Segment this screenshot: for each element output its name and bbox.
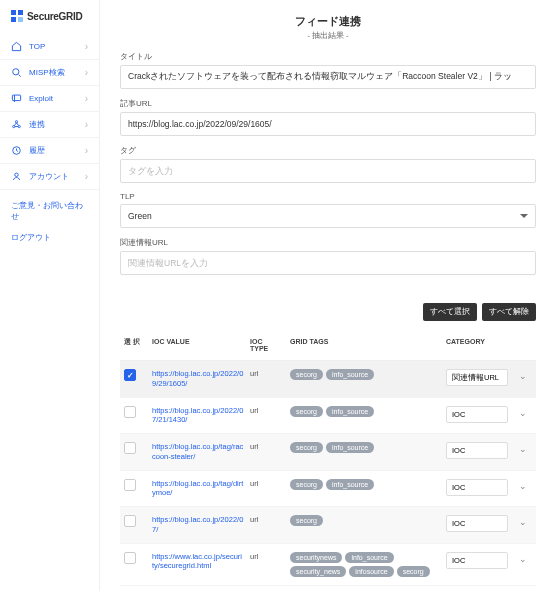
tlp-select[interactable] <box>120 204 536 228</box>
sidebar-item-user[interactable]: アカウント› <box>0 164 99 190</box>
ioc-value-link[interactable]: https://blog.lac.co.jp/2022/07/ <box>152 515 244 535</box>
row-checkbox[interactable] <box>124 442 136 454</box>
category-select[interactable] <box>446 369 508 386</box>
grid-tag: secorg <box>290 369 323 380</box>
chevron-right-icon: › <box>85 145 88 156</box>
tag-input[interactable] <box>120 159 536 183</box>
sidebar-item-network[interactable]: 連携› <box>0 112 99 138</box>
brand-name: SecureGRID <box>27 11 82 22</box>
svg-point-10 <box>15 173 18 176</box>
grid-tag: info_source <box>345 552 393 563</box>
chevron-down-icon[interactable]: ⌄ <box>514 406 532 418</box>
svg-point-4 <box>13 69 19 75</box>
ioc-table: 選 択 IOC VALUE IOC TYPE GRID TAGS CATEGOR… <box>120 330 536 586</box>
svg-rect-3 <box>18 17 23 22</box>
chevron-down-icon[interactable]: ⌄ <box>514 479 532 491</box>
category-select[interactable] <box>446 552 508 569</box>
select-all-button[interactable]: すべて選択 <box>423 303 477 321</box>
ioc-value-link[interactable]: https://blog.lac.co.jp/2022/09/29/1605/ <box>152 369 244 389</box>
article-url-input[interactable] <box>120 112 536 136</box>
table-row: https://blog.lac.co.jp/2022/09/29/1605/u… <box>120 361 536 398</box>
row-checkbox[interactable] <box>124 369 136 381</box>
deselect-all-button[interactable]: すべて解除 <box>482 303 536 321</box>
category-select[interactable] <box>446 515 508 532</box>
ioc-type: url <box>250 515 284 524</box>
history-icon <box>11 145 22 156</box>
grid-tags: secorginfo_source <box>290 406 440 417</box>
row-checkbox[interactable] <box>124 406 136 418</box>
table-row: https://blog.lac.co.jp/tag/dirtymoe/urls… <box>120 471 536 508</box>
grid-tags: secorginfo_source <box>290 479 440 490</box>
ioc-type: url <box>250 369 284 378</box>
ioc-value-link[interactable]: https://www.lac.co.jp/security/securegri… <box>152 552 244 572</box>
svg-rect-5 <box>12 95 20 101</box>
logo-icon <box>11 10 23 22</box>
sidebar-item-label: 履歴 <box>29 145 45 156</box>
grid-tag: secorg <box>290 442 323 453</box>
main-content: フィード連携 - 抽出結果 - タイトル 記事URL タグ TLP 関連情報UR… <box>100 0 550 591</box>
user-icon <box>11 171 22 182</box>
grid-tag: secorg <box>290 515 323 526</box>
article-url-label: 記事URL <box>120 98 536 109</box>
table-row: https://www.lac.co.jp/security/securegri… <box>120 544 536 586</box>
ioc-value-link[interactable]: https://blog.lac.co.jp/tag/raccoon-steal… <box>152 442 244 462</box>
grid-tag: infosource <box>349 566 393 577</box>
grid-tag: security_news <box>290 566 346 577</box>
col-grid-tags: GRID TAGS <box>290 338 440 345</box>
sidebar-item-label: Exploit <box>29 94 53 103</box>
table-header: 選 択 IOC VALUE IOC TYPE GRID TAGS CATEGOR… <box>120 330 536 361</box>
grid-tag: secorg <box>290 479 323 490</box>
col-select: 選 択 <box>124 338 146 345</box>
chevron-down-icon[interactable]: ⌄ <box>514 369 532 381</box>
ioc-type: url <box>250 406 284 415</box>
sidebar-item-label: TOP <box>29 42 45 51</box>
sidebar-item-label: 連携 <box>29 119 45 130</box>
chevron-down-icon[interactable]: ⌄ <box>514 442 532 454</box>
sidebar-item-search[interactable]: MISP検索› <box>0 60 99 86</box>
chevron-down-icon[interactable]: ⌄ <box>514 552 532 564</box>
svg-point-8 <box>18 125 20 127</box>
table-row: https://blog.lac.co.jp/tag/raccoon-steal… <box>120 434 536 471</box>
logout-link[interactable]: ログアウト <box>11 232 88 243</box>
category-select[interactable] <box>446 479 508 496</box>
chevron-right-icon: › <box>85 67 88 78</box>
grid-tag: info_source <box>326 479 374 490</box>
sidebar-item-history[interactable]: 履歴› <box>0 138 99 164</box>
chevron-right-icon: › <box>85 171 88 182</box>
sidebar: SecureGRID TOP›MISP検索›Exploit›連携›履歴›アカウン… <box>0 0 100 591</box>
search-icon <box>11 67 22 78</box>
category-select[interactable] <box>446 406 508 423</box>
logo: SecureGRID <box>0 10 99 34</box>
sidebar-item-label: アカウント <box>29 171 69 182</box>
feedback-link[interactable]: ご意見・お問い合わせ <box>11 200 88 222</box>
sidebar-item-flag[interactable]: Exploit› <box>0 86 99 112</box>
grid-tag: info_source <box>326 406 374 417</box>
related-url-input[interactable] <box>120 251 536 275</box>
row-checkbox[interactable] <box>124 552 136 564</box>
ioc-type: url <box>250 552 284 561</box>
row-checkbox[interactable] <box>124 479 136 491</box>
grid-tag: info_source <box>326 369 374 380</box>
svg-rect-2 <box>11 17 16 22</box>
table-row: https://blog.lac.co.jp/2022/07/21/1430/u… <box>120 398 536 435</box>
flag-icon <box>11 93 22 104</box>
chevron-down-icon[interactable]: ⌄ <box>514 515 532 527</box>
category-select[interactable] <box>446 442 508 459</box>
col-category: CATEGORY <box>446 338 508 345</box>
grid-tag: securitynews <box>290 552 342 563</box>
svg-rect-0 <box>11 10 16 15</box>
tlp-label: TLP <box>120 192 536 201</box>
chevron-right-icon: › <box>85 41 88 52</box>
table-row: https://blog.lac.co.jp/2022/07/urlsecorg… <box>120 507 536 544</box>
grid-tag: secorg <box>397 566 430 577</box>
sidebar-item-home[interactable]: TOP› <box>0 34 99 60</box>
ioc-value-link[interactable]: https://blog.lac.co.jp/2022/07/21/1430/ <box>152 406 244 426</box>
row-checkbox[interactable] <box>124 515 136 527</box>
title-input[interactable] <box>120 65 536 89</box>
ioc-type: url <box>250 479 284 488</box>
ioc-value-link[interactable]: https://blog.lac.co.jp/tag/dirtymoe/ <box>152 479 244 499</box>
network-icon <box>11 119 22 130</box>
grid-tag: info_source <box>326 442 374 453</box>
grid-tags: secorginfo_source <box>290 442 440 453</box>
svg-rect-1 <box>18 10 23 15</box>
